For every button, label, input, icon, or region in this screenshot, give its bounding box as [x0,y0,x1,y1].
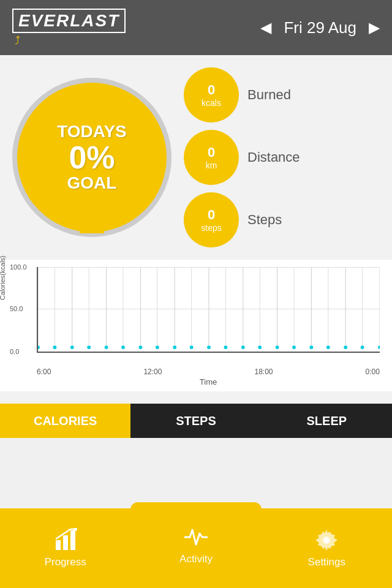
goal-circle: TODAYS 0% GOAL [12,78,172,237]
activity-icon [184,525,208,549]
burned-unit: kcals [202,98,221,108]
todays-label: TODAYS [57,122,127,141]
y-tick-50: 50.0 [10,305,23,312]
steps-label: Steps [247,212,282,228]
logo-text: EVERLAST [12,9,126,33]
nav-progress[interactable]: Progress [0,508,130,588]
steps-circle: 0 steps [184,192,239,247]
goal-label: GOAL [67,173,117,193]
svg-point-22 [53,345,56,349]
burned-circle: 0 kcals [184,67,239,123]
stats-column: 0 kcals Burned 0 km Distance 0 steps Ste… [184,67,380,247]
tab-bar: CALORIES STEPS SLEEP [0,404,392,438]
x-tick-000: 0:00 [366,368,380,376]
logo-chevron-icon: ⤴ [15,34,20,47]
nav-settings[interactable]: Settings [262,508,392,588]
next-date-button[interactable]: ▶ [369,19,380,36]
chart-container: 100.0 50.0 0.0 [6,267,380,365]
tab-steps[interactable]: STEPS [130,404,261,438]
burned-label: Burned [247,87,291,103]
distance-circle: 0 km [184,130,239,185]
chart-svg [38,267,380,352]
svg-point-28 [156,345,159,349]
svg-point-48 [323,537,330,543]
burned-value: 0 [208,82,215,98]
nav-activity-label: Activity [179,553,213,565]
nav-settings-label: Settings [308,556,345,568]
svg-point-38 [326,345,330,349]
svg-point-29 [173,345,176,349]
y-axis-label: Calories(kcals) [0,255,6,300]
logo-area: EVERLAST ⤴ [12,9,126,47]
goal-percent: 0% [69,141,115,173]
svg-point-36 [292,345,296,349]
steps-value: 0 [208,207,215,223]
svg-point-35 [276,345,279,349]
chart-section: 100.0 50.0 0.0 [0,260,392,391]
svg-point-24 [87,345,91,349]
svg-point-39 [344,345,347,349]
y-tick-0: 0.0 [10,348,19,355]
goal-section: TODAYS 0% GOAL 0 kcals Burned 0 km Dista… [12,67,380,247]
svg-point-40 [361,345,364,349]
prev-date-button[interactable]: ◀ [260,19,271,36]
svg-point-27 [138,345,142,349]
x-tick-600: 6:00 [37,368,51,376]
time-axis-label: Time [37,377,380,386]
stat-row-steps: 0 steps Steps [184,192,380,247]
svg-point-31 [207,345,211,349]
header: EVERLAST ⤴ ◀ Fri 29 Aug ▶ [0,0,392,55]
stat-row-burned: 0 kcals Burned [184,67,380,123]
settings-icon [314,528,339,552]
svg-point-32 [224,345,227,349]
y-tick-100: 100.0 [10,263,27,271]
svg-point-21 [38,345,40,349]
svg-point-25 [105,345,108,349]
svg-point-37 [309,345,313,349]
main-content: TODAYS 0% GOAL 0 kcals Burned 0 km Dista… [0,55,392,404]
nav-activity[interactable]: Activity [130,502,261,588]
x-tick-1200: 12:00 [143,368,162,376]
svg-point-23 [70,345,74,349]
tab-calories[interactable]: CALORIES [0,404,130,438]
date-label: Fri 29 Aug [284,18,356,37]
date-navigation: ◀ Fri 29 Aug ▶ [260,18,380,37]
x-axis: 6:00 12:00 18:00 0:00 [37,368,380,376]
progress-icon [53,528,78,552]
svg-rect-43 [63,535,68,550]
svg-point-30 [190,345,194,349]
svg-rect-42 [56,540,61,550]
svg-rect-44 [70,530,75,550]
svg-point-26 [121,345,125,349]
svg-point-41 [378,345,380,349]
steps-unit: steps [201,223,221,233]
bottom-nav: Progress Activity Settings [0,508,392,588]
distance-label: Distance [247,149,300,165]
distance-unit: km [206,160,217,170]
x-tick-1800: 18:00 [255,368,273,376]
svg-point-34 [258,345,262,349]
tab-sleep[interactable]: SLEEP [262,404,392,438]
distance-value: 0 [208,145,215,160]
stat-row-distance: 0 km Distance [184,130,380,185]
chart-inner: 100.0 50.0 0.0 [37,267,380,353]
svg-point-33 [241,345,245,349]
nav-progress-label: Progress [45,556,86,568]
